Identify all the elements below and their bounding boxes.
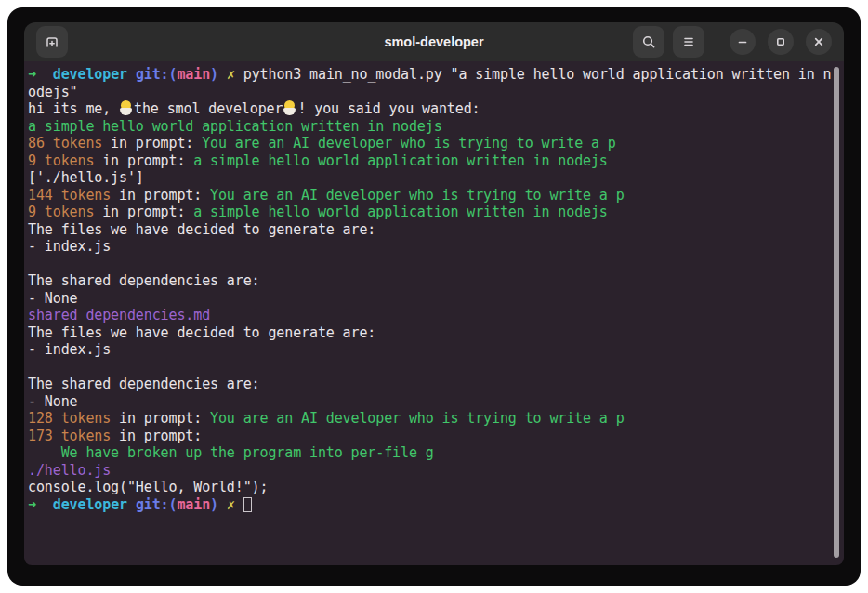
terminal-text-segment: a simple hello world application written… xyxy=(193,204,608,220)
terminal-line: - None xyxy=(28,290,844,308)
terminal-line: The shared dependencies are: xyxy=(28,272,844,290)
terminal-text-segment: the smol developer xyxy=(134,100,283,117)
terminal-text-segment: ✗ xyxy=(227,496,235,513)
terminal-text-segment: - None xyxy=(28,393,77,410)
terminal-line: a simple hello world application written… xyxy=(28,118,844,136)
terminal-text-segment: developer xyxy=(53,66,127,83)
terminal-text-segment: python3 main_no_modal.py "a simple hello… xyxy=(235,66,832,83)
terminal-line: odejs" xyxy=(28,84,844,101)
terminal-text-segment: The files we have decided to generate ar… xyxy=(28,324,375,341)
terminal-text-segment: ! you said you wanted: xyxy=(297,100,480,117)
terminal-line: 144 tokens in prompt: You are an AI deve… xyxy=(28,187,844,204)
terminal-text-segment xyxy=(127,496,136,513)
terminal-text-segment: ['./hello.js'] xyxy=(28,169,144,186)
terminal-text-segment: 173 tokens xyxy=(28,428,111,444)
new-tab-icon xyxy=(44,33,60,50)
terminal-text-segment: main xyxy=(177,496,210,513)
terminal-text-segment: 128 tokens xyxy=(28,410,111,427)
terminal-text-segment: console.log("Hello, World!"); xyxy=(28,479,268,495)
close-icon xyxy=(811,34,826,49)
terminal-line: - index.js xyxy=(28,341,844,359)
terminal-text-segment: ➜ xyxy=(28,496,36,513)
terminal-text-segment xyxy=(235,496,243,513)
terminal-text-segment: git:( xyxy=(136,496,178,513)
terminal-text-segment: in prompt: xyxy=(111,428,202,444)
terminal-text-segment: You are an AI developer who is trying to… xyxy=(210,410,625,427)
terminal-text-segment: ➜ xyxy=(28,66,36,83)
terminal-text-segment: developer xyxy=(53,496,127,513)
search-button[interactable] xyxy=(633,26,664,58)
terminal-line: 128 tokens in prompt: You are an AI deve… xyxy=(28,410,844,428)
terminal-text-segment: 144 tokens xyxy=(28,187,111,204)
terminal-line: shared_dependencies.md xyxy=(28,307,844,324)
terminal-pane[interactable]: ➜ developer git:(main) ✗ python3 main_no… xyxy=(24,61,844,565)
terminal-text-segment: The shared dependencies are: xyxy=(28,272,260,289)
terminal-text-segment: The files we have decided to generate ar… xyxy=(28,221,375,238)
search-icon xyxy=(641,34,656,49)
terminal-line: ➜ developer git:(main) ✗ python3 main_no… xyxy=(28,66,844,84)
terminal-output: ➜ developer git:(main) ✗ python3 main_no… xyxy=(24,61,844,513)
terminal-line: ➜ developer git:(main) ✗ xyxy=(28,496,844,514)
menu-button[interactable] xyxy=(673,26,704,58)
terminal-text-segment: shared_dependencies.md xyxy=(28,307,210,323)
chick-emoji xyxy=(119,100,134,115)
terminal-text-segment: 9 tokens xyxy=(28,204,94,220)
terminal-text-segment: in prompt: xyxy=(94,152,193,169)
titlebar[interactable]: smol-developer xyxy=(24,22,844,61)
terminal-text-segment: odejs" xyxy=(28,84,77,100)
terminal-line: - index.js xyxy=(28,238,844,256)
terminal-text-segment: - index.js xyxy=(28,341,111,358)
terminal-line xyxy=(28,359,844,376)
terminal-text-segment xyxy=(127,66,136,83)
terminal-text-segment: in prompt: xyxy=(111,410,210,427)
hamburger-menu-icon xyxy=(681,34,696,49)
terminal-text-segment xyxy=(36,66,53,83)
terminal-line: ['./hello.js'] xyxy=(28,169,844,187)
terminal-text-segment: You are an AI developer who is trying to… xyxy=(210,187,625,204)
chick-emoji xyxy=(283,100,297,115)
terminal-line: The files we have decided to generate ar… xyxy=(28,324,844,342)
maximize-button[interactable] xyxy=(768,29,794,55)
terminal-line: The shared dependencies are: xyxy=(28,376,844,393)
close-button[interactable] xyxy=(806,29,832,55)
scrollbar-thumb[interactable] xyxy=(834,67,839,558)
terminal-text-segment: in prompt: xyxy=(102,135,202,152)
minimize-icon xyxy=(735,34,750,49)
terminal-text-segment: hi its me, xyxy=(28,100,119,117)
terminal-cursor xyxy=(243,497,252,512)
minimize-button[interactable] xyxy=(730,29,756,55)
terminal-line: The files we have decided to generate ar… xyxy=(28,221,844,239)
maximize-icon xyxy=(773,34,788,49)
terminal-text-segment: a simple hello world application written… xyxy=(193,152,608,169)
terminal-text-segment: - index.js xyxy=(28,238,111,255)
terminal-text-segment: git:( xyxy=(136,66,178,83)
terminal-text-segment: in prompt: xyxy=(94,204,193,220)
terminal-text-segment: main xyxy=(177,66,210,83)
terminal-text-segment: a simple hello world application written… xyxy=(28,118,442,135)
terminal-text-segment: The shared dependencies are: xyxy=(28,376,260,392)
terminal-text-segment: - None xyxy=(28,290,77,307)
terminal-line: 86 tokens in prompt: You are an AI devel… xyxy=(28,135,844,152)
terminal-text-segment: ) xyxy=(210,66,218,83)
terminal-window: smol-developer xyxy=(7,7,861,586)
new-tab-button[interactable] xyxy=(36,26,68,58)
terminal-text-segment: ✗ xyxy=(227,66,235,83)
terminal-line: We have broken up the program into per-f… xyxy=(28,444,844,462)
terminal-line: - None xyxy=(28,393,844,411)
terminal-line: console.log("Hello, World!"); xyxy=(28,479,844,496)
terminal-text-segment xyxy=(218,66,227,83)
terminal-text-segment xyxy=(36,496,53,513)
terminal-line: hi its me, the smol developer! you said … xyxy=(28,100,844,118)
terminal-line: 9 tokens in prompt: a simple hello world… xyxy=(28,152,844,170)
terminal-line: 173 tokens in prompt: xyxy=(28,428,844,445)
terminal-text-segment xyxy=(218,496,227,513)
terminal-text-segment: ) xyxy=(210,496,218,513)
terminal-text-segment: ./hello.js xyxy=(28,462,111,479)
terminal-line xyxy=(28,256,844,273)
terminal-text-segment: We have broken up the program into per-f… xyxy=(28,444,434,461)
terminal-line: 9 tokens in prompt: a simple hello world… xyxy=(28,204,844,221)
terminal-text-segment: in prompt: xyxy=(111,187,210,204)
terminal-text-segment: 9 tokens xyxy=(28,152,94,169)
terminal-text-segment: 86 tokens xyxy=(28,135,102,152)
terminal-line: ./hello.js xyxy=(28,462,844,480)
